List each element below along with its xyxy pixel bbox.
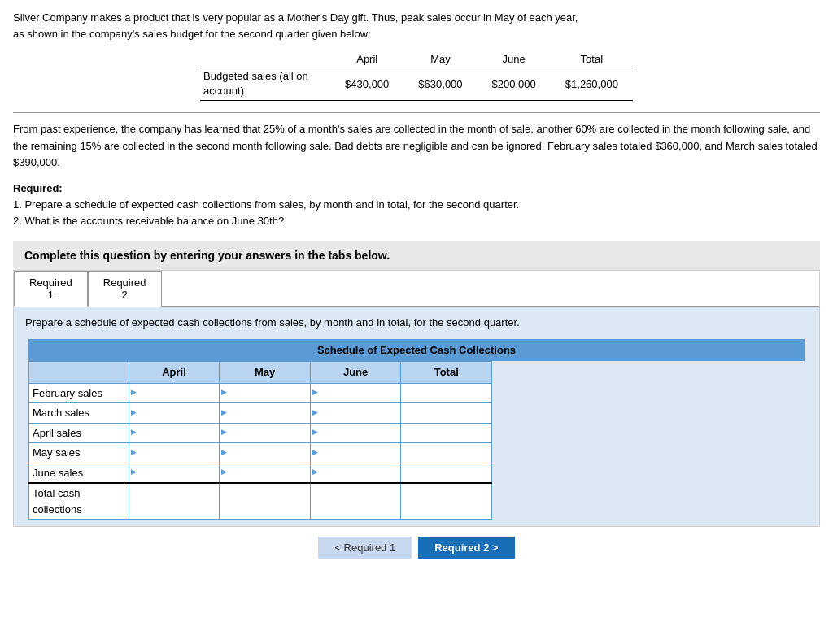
tab2-label: Required <box>103 276 146 289</box>
schedule-row-label-2: April sales <box>29 423 129 443</box>
budget-april: $430,000 <box>330 67 403 101</box>
tab-content-area: Prepare a schedule of expected cash coll… <box>14 307 819 526</box>
intro-line2: as shown in the company's sales budget f… <box>13 28 371 40</box>
col-header-june: June <box>478 51 551 67</box>
schedule-total-3 <box>401 443 492 463</box>
schedule-april-2[interactable] <box>129 423 220 443</box>
schedule-june-0[interactable] <box>310 383 401 403</box>
schedule-june-2[interactable] <box>310 423 401 443</box>
required-title: Required: <box>13 182 63 194</box>
schedule-empty-header <box>29 362 129 384</box>
description-text: From past experience, the company has le… <box>13 123 818 168</box>
required-item-2: 2. What is the accounts receivable balan… <box>13 213 820 229</box>
schedule-april-4[interactable] <box>129 463 220 483</box>
budget-june: $200,000 <box>478 67 551 101</box>
budget-may: $630,000 <box>403 67 477 101</box>
schedule-may-1[interactable] <box>220 403 311 424</box>
schedule-april-0[interactable] <box>129 383 220 403</box>
budget-table: April May June Total Budgeted sales (all… <box>200 51 633 101</box>
schedule-row-label-4: June sales <box>29 463 129 483</box>
schedule-col-may: May <box>220 362 311 384</box>
schedule-may-4[interactable] <box>220 463 311 483</box>
schedule-total-0 <box>401 383 492 403</box>
tabs-row: Required 1 Required 2 <box>14 271 819 307</box>
schedule-total-4 <box>401 463 492 483</box>
schedule-june-1[interactable] <box>310 403 401 424</box>
schedule-col-total: Total <box>401 362 492 384</box>
schedule-col-june: June <box>310 362 401 384</box>
col-header-may: May <box>403 51 477 67</box>
required-section: Required: 1. Prepare a schedule of expec… <box>13 181 820 229</box>
divider1 <box>13 112 820 113</box>
complete-banner-text: Complete this question by entering your … <box>24 249 390 262</box>
schedule-may-5 <box>220 483 311 520</box>
intro-line1: Silver Company makes a product that is v… <box>13 11 578 24</box>
tab-content-text: Prepare a schedule of expected cash coll… <box>25 315 808 331</box>
schedule-april-5 <box>129 483 220 520</box>
budget-row-label: Budgeted sales (all on account) <box>200 67 330 101</box>
schedule-total-5 <box>401 483 492 520</box>
schedule-may-2[interactable] <box>220 423 311 443</box>
schedule-container: Schedule of Expected Cash Collections Ap… <box>25 339 808 520</box>
schedule-june-5 <box>310 483 401 520</box>
schedule-row-label-5: Total cash collections <box>29 483 129 520</box>
schedule-row-label-1: March sales <box>29 403 129 424</box>
budget-total: $1,260,000 <box>551 67 633 101</box>
schedule-april-1[interactable] <box>129 403 220 424</box>
schedule-col-april: April <box>129 362 220 384</box>
schedule-april-3[interactable] <box>129 443 220 463</box>
schedule-may-3[interactable] <box>220 443 311 463</box>
schedule-june-4[interactable] <box>310 463 401 483</box>
tab1-label: Required <box>29 276 72 289</box>
tab2-sub: 2 <box>103 289 146 301</box>
schedule-row-label-3: May sales <box>29 443 129 463</box>
bottom-nav: < Required 1 Required 2 > <box>13 537 820 559</box>
schedule-table: April May June Total February salesMarch… <box>28 361 492 520</box>
tab1-sub: 1 <box>29 289 72 301</box>
tabs-container: Required 1 Required 2 Prepare a schedule… <box>13 270 820 527</box>
description-paragraph: From past experience, the company has le… <box>13 121 820 170</box>
col-header-april: April <box>330 51 403 67</box>
intro-paragraph: Silver Company makes a product that is v… <box>13 10 820 41</box>
budget-table-container: April May June Total Budgeted sales (all… <box>13 51 820 101</box>
tab-required-2[interactable]: Required 2 <box>88 271 162 307</box>
tab-required-1[interactable]: Required 1 <box>14 271 88 307</box>
required-item-1: 1. Prepare a schedule of expected cash c… <box>13 197 820 213</box>
col-header-total: Total <box>551 51 633 67</box>
complete-banner: Complete this question by entering your … <box>13 241 820 270</box>
schedule-total-2 <box>401 423 492 443</box>
schedule-may-0[interactable] <box>220 383 311 403</box>
btn-next[interactable]: Required 2 > <box>418 537 514 559</box>
schedule-title: Schedule of Expected Cash Collections <box>28 339 805 362</box>
schedule-total-1 <box>401 403 492 424</box>
btn-prev[interactable]: < Required 1 <box>318 537 412 559</box>
schedule-row-label-0: February sales <box>29 383 129 403</box>
schedule-june-3[interactable] <box>310 443 401 463</box>
